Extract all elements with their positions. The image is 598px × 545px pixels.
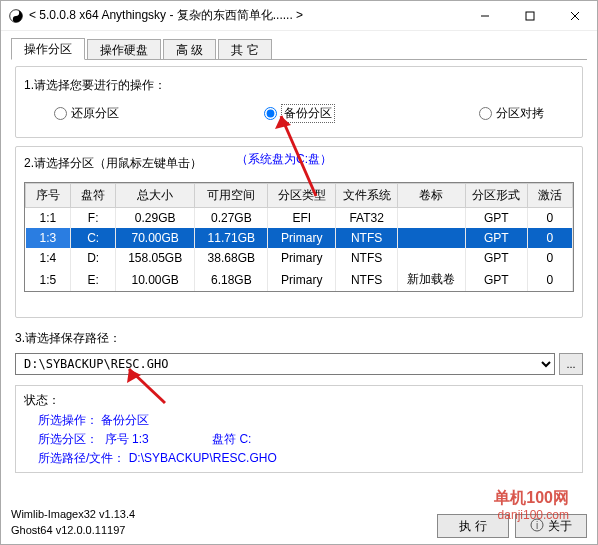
- status-label: 状态：: [24, 392, 574, 409]
- status-op: 所选操作： 备份分区: [38, 411, 574, 430]
- section3-label: 3.请选择保存路径：: [15, 330, 583, 347]
- table-row[interactable]: 1:3C:70.00GB11.71GBPrimaryNTFSGPT0: [26, 228, 573, 248]
- minimize-button[interactable]: [462, 1, 507, 31]
- version-info: Wimlib-Imagex32 v1.13.4 Ghost64 v12.0.0.…: [11, 507, 135, 538]
- th-total[interactable]: 总大小: [116, 184, 195, 208]
- browse-button[interactable]: ...: [559, 353, 583, 375]
- section1-label: 1.请选择您要进行的操作：: [24, 77, 574, 94]
- th-free[interactable]: 可用空间: [195, 184, 268, 208]
- th-scheme[interactable]: 分区形式: [465, 184, 527, 208]
- radio-restore[interactable]: 还原分区: [54, 104, 119, 123]
- th-idx[interactable]: 序号: [26, 184, 71, 208]
- radio-backup-label: 备份分区: [281, 104, 335, 123]
- close-button[interactable]: [552, 1, 597, 31]
- radio-restore-label: 还原分区: [71, 105, 119, 122]
- app-icon: [9, 9, 23, 23]
- system-disk-hint: （系统盘为C:盘）: [236, 151, 332, 168]
- tab-advanced[interactable]: 高 级: [163, 39, 216, 59]
- main-tabs: 操作分区 操作硬盘 高 级 其 它: [11, 37, 587, 60]
- tab-disk[interactable]: 操作硬盘: [87, 39, 161, 59]
- table-row[interactable]: 1:1F:0.29GB0.27GBEFIFAT32GPT0: [26, 208, 573, 229]
- section2-label: 2.请选择分区（用鼠标左键单击）: [24, 155, 202, 172]
- radio-copy[interactable]: 分区对拷: [479, 104, 544, 123]
- tab-other[interactable]: 其 它: [218, 39, 271, 59]
- partition-table: 序号 盘符 总大小 可用空间 分区类型 文件系统 卷标 分区形式 激活 1:1F…: [25, 183, 573, 291]
- radio-backup[interactable]: 备份分区: [264, 104, 335, 123]
- svg-rect-4: [526, 12, 534, 20]
- svg-point-1: [15, 11, 17, 13]
- save-path-input[interactable]: D:\SYBACKUP\RESC.GHO: [15, 353, 555, 375]
- table-row[interactable]: 1:4D:158.05GB38.68GBPrimaryNTFSGPT0: [26, 248, 573, 268]
- th-drv[interactable]: 盘符: [71, 184, 116, 208]
- th-vol[interactable]: 卷标: [398, 184, 466, 208]
- watermark: 单机100网 danji100.com: [494, 488, 569, 522]
- svg-point-2: [15, 18, 17, 20]
- status-path: 所选路径/文件： D:\SYBACKUP\RESC.GHO: [38, 449, 574, 468]
- th-act[interactable]: 激活: [527, 184, 572, 208]
- maximize-button[interactable]: [507, 1, 552, 31]
- radio-copy-label: 分区对拷: [496, 105, 544, 122]
- status-partition: 所选分区： 序号 1:3 盘符 C:: [38, 430, 574, 449]
- window-title: < 5.0.0.8 x64 Anythingsky - 复杂的东西简单化....…: [29, 7, 462, 24]
- tab-partition[interactable]: 操作分区: [11, 38, 85, 60]
- th-type[interactable]: 分区类型: [268, 184, 336, 208]
- table-row[interactable]: 1:5E:10.00GB6.18GBPrimaryNTFS新加载卷GPT0: [26, 268, 573, 291]
- th-fs[interactable]: 文件系统: [336, 184, 398, 208]
